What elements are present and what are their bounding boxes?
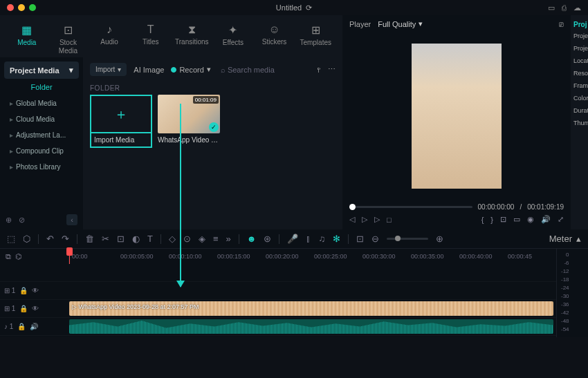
import-button[interactable]: Import▾ (90, 63, 127, 76)
mixer-icon[interactable]: ⫿ (306, 234, 311, 244)
progress-handle[interactable] (349, 204, 356, 210)
zoom-out-icon[interactable]: ⊖ (371, 234, 379, 244)
ai-icon[interactable]: ☻ (247, 234, 257, 244)
pip-track-header[interactable]: ⊞ 1🔒👁 (0, 282, 69, 300)
more-icon[interactable]: ⋯ (328, 65, 336, 74)
project-media-header[interactable]: Project Media▾ (4, 62, 79, 79)
tab-stock-media[interactable]: ⊡Stock Media (48, 21, 89, 57)
tab-effects[interactable]: ✦Effects (213, 21, 253, 57)
playhead[interactable] (69, 249, 70, 264)
ai-image-button[interactable]: AI Image (134, 66, 164, 74)
filter-icon[interactable]: ⫯ (317, 66, 321, 74)
total-time: 00:01:09:19 (527, 203, 564, 211)
lock-icon[interactable]: 🔒 (17, 323, 26, 330)
audio-meter: 0 -6 -12 -18 -24 -30 -36 -42 -48 -54 (556, 249, 588, 337)
pointer-tool-icon[interactable]: ⬚ (7, 234, 15, 244)
search-input[interactable]: ⌕ Search media (218, 66, 310, 74)
progress-bar[interactable] (349, 206, 472, 208)
mute-icon[interactable]: 🔊 (30, 323, 38, 330)
compare-icon[interactable]: ▭ (513, 215, 520, 224)
minimize-window[interactable] (18, 4, 25, 11)
folder-label[interactable]: Folder (4, 79, 79, 95)
eye-icon[interactable]: 👁 (32, 305, 39, 312)
color-icon[interactable]: ◐ (132, 234, 140, 244)
category-tabs: ▦Media ⊡Stock Media ♪Audio TTitles ⧗Tran… (0, 15, 342, 57)
maximize-window[interactable] (29, 4, 36, 11)
screenshot-icon[interactable]: ◉ (527, 215, 534, 224)
clip-filename: WhatsApp Video 202… (158, 133, 220, 147)
sidebar-item-cloud[interactable]: Cloud Media (4, 111, 79, 127)
sidebar-item-global[interactable]: Global Media (4, 95, 79, 111)
magnet-icon[interactable]: ⌬ (15, 252, 22, 261)
main-track-header[interactable]: ⊞ 1🔒👁 (0, 300, 69, 318)
sidebar-item-compound[interactable]: Compound Clip (4, 143, 79, 159)
snapshot-icon[interactable]: ⎚ (559, 20, 564, 28)
export-icon[interactable]: ☁ (573, 3, 581, 12)
music-icon[interactable]: ♫ (318, 234, 325, 244)
meter-label[interactable]: Meter (549, 234, 572, 244)
prop-row: Color (573, 95, 585, 102)
link-icon[interactable]: ⊘ (19, 216, 25, 225)
record-button[interactable]: Record▾ (171, 65, 210, 74)
selection-tool-icon[interactable]: ⬡ (23, 234, 30, 244)
quality-selector[interactable]: Full Quality▾ (378, 19, 423, 28)
sidebar-item-photos[interactable]: Photos Library (4, 159, 79, 175)
stop-button[interactable]: □ (387, 216, 392, 224)
tab-audio[interactable]: ♪Audio (89, 21, 129, 57)
keyframe-icon[interactable]: ◇ (169, 234, 176, 244)
tab-templates[interactable]: ⊞Templates (295, 21, 336, 57)
mark-out-icon[interactable]: } (490, 216, 493, 224)
beat-icon[interactable]: ✻ (333, 234, 340, 244)
audio-track[interactable] (69, 318, 556, 336)
eye-icon[interactable]: 👁 (32, 287, 39, 294)
undo-icon[interactable]: ↶ (46, 234, 54, 244)
preview-viewport[interactable] (349, 34, 564, 198)
meter-toggle-icon[interactable]: ▴ (576, 234, 581, 244)
tutorial-arrow (180, 104, 181, 287)
play-backward-button[interactable]: ▷ (362, 215, 367, 224)
crop-icon[interactable]: ⊡ (500, 215, 506, 224)
track-icon[interactable]: ≡ (213, 234, 219, 244)
main-video-track[interactable]: ▷ WhatsApp Video 2023-09-28 at 2:07:57 P… (69, 300, 556, 318)
tab-stickers[interactable]: ☺Stickers (255, 21, 295, 57)
text-icon[interactable]: T (147, 234, 153, 244)
timeline-options[interactable]: ⧉ ⌬ (0, 249, 69, 264)
play-button[interactable]: ▷ (374, 215, 380, 224)
snap-icon[interactable]: ⊡ (356, 234, 364, 244)
layout-icon[interactable]: ▭ (548, 3, 555, 12)
prev-frame-button[interactable]: ◁ (349, 215, 355, 224)
render-icon[interactable]: ⊛ (264, 234, 271, 244)
import-media-tile[interactable]: ＋ (90, 95, 152, 133)
zoom-handle[interactable] (395, 236, 401, 241)
lock-icon[interactable]: 🔒 (19, 287, 28, 294)
media-clip-thumbnail[interactable]: 00:01:09 ✓ (158, 95, 220, 133)
lock-icon[interactable]: 🔒 (19, 305, 28, 312)
mark-in-icon[interactable]: { (481, 216, 484, 224)
tab-media[interactable]: ▦Media (7, 21, 47, 57)
cut-icon[interactable]: ✂ (102, 234, 109, 244)
sidebar-item-adjustment[interactable]: Adjustment La... (4, 127, 79, 143)
marker-icon[interactable]: ◈ (199, 234, 205, 244)
timeline-ruler[interactable]: 00:00 00:00:05:00 00:00:10:00 00:00:15:0… (69, 249, 556, 264)
save-icon[interactable]: ⎙ (562, 3, 567, 12)
volume-icon[interactable]: 🔊 (541, 215, 551, 224)
crop-icon[interactable]: ⊡ (117, 234, 125, 244)
new-folder-icon[interactable]: ⊕ (6, 216, 12, 225)
delete-icon[interactable]: 🗑 (85, 234, 94, 244)
fullscreen-icon[interactable]: ⤢ (558, 215, 564, 224)
audio-track-header[interactable]: ♪ 1🔒🔊 (0, 318, 69, 336)
close-window[interactable] (7, 4, 14, 11)
audio-clip[interactable] (69, 319, 553, 334)
tab-titles[interactable]: TTitles (131, 21, 171, 57)
link-toggle-icon[interactable]: ⧉ (6, 252, 11, 261)
zoom-in-icon[interactable]: ⊕ (436, 234, 443, 244)
speed-icon[interactable]: ⊙ (183, 234, 191, 244)
zoom-slider[interactable] (387, 238, 428, 240)
collapse-sidebar[interactable]: ‹ (66, 214, 77, 225)
pip-track[interactable] (69, 282, 556, 300)
redo-icon[interactable]: ↷ (62, 234, 69, 244)
mic-icon[interactable]: 🎤 (287, 234, 298, 244)
expand-icon[interactable]: » (226, 234, 231, 244)
tab-transitions[interactable]: ⧗Transitions (172, 21, 212, 57)
video-clip[interactable]: ▷ WhatsApp Video 2023-09-28 at 2:07:57 P… (69, 301, 553, 316)
